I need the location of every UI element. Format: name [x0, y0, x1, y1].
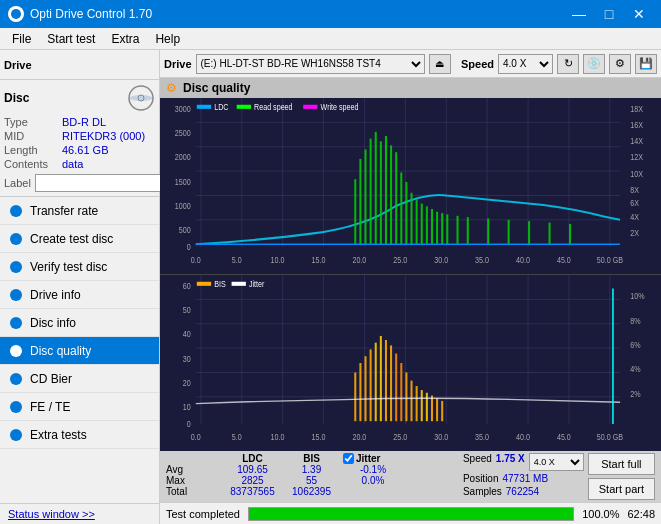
- svg-text:40.0: 40.0: [516, 431, 530, 442]
- svg-text:12X: 12X: [630, 151, 643, 162]
- sidebar-item-disc-quality[interactable]: Disc quality: [0, 337, 159, 365]
- menu-start-test[interactable]: Start test: [39, 30, 103, 48]
- quality-icon: ⚙: [166, 81, 177, 95]
- disc-button[interactable]: 💿: [583, 54, 605, 74]
- settings-button[interactable]: ⚙: [609, 54, 631, 74]
- sidebar: Drive Disc Type BD-R DL: [0, 50, 160, 524]
- svg-rect-134: [411, 381, 413, 422]
- svg-rect-136: [421, 390, 423, 421]
- svg-text:6X: 6X: [630, 197, 639, 208]
- bis-total: 1062395: [284, 486, 339, 497]
- svg-text:8X: 8X: [630, 184, 639, 195]
- top-chart: 3000 2500 2000 1500 1000 500 0 18X 16X 1…: [160, 98, 661, 275]
- svg-rect-68: [431, 209, 433, 244]
- svg-rect-66: [421, 204, 423, 245]
- sidebar-item-disc-info[interactable]: Disc info: [0, 309, 159, 337]
- drive-label: Drive: [4, 59, 32, 71]
- svg-rect-139: [436, 398, 438, 421]
- ldc-max: 2825: [225, 475, 280, 486]
- sidebar-item-extra-tests[interactable]: Extra tests: [0, 421, 159, 449]
- svg-text:5.0: 5.0: [232, 431, 242, 442]
- svg-text:35.0: 35.0: [475, 254, 489, 265]
- disc-label-input[interactable]: [35, 174, 168, 192]
- total-label: Total: [166, 486, 221, 497]
- svg-text:10%: 10%: [630, 290, 645, 301]
- svg-rect-56: [370, 139, 372, 245]
- sidebar-item-cd-bier[interactable]: CD Bier: [0, 365, 159, 393]
- svg-rect-54: [359, 159, 361, 244]
- maximize-button[interactable]: □: [595, 0, 623, 28]
- sidebar-item-transfer-rate[interactable]: Transfer rate: [0, 197, 159, 225]
- menu-file[interactable]: File: [4, 30, 39, 48]
- app-logo: [8, 6, 24, 22]
- svg-rect-119: [197, 282, 211, 286]
- svg-rect-128: [380, 336, 382, 421]
- svg-point-2: [129, 95, 153, 101]
- svg-rect-3: [160, 98, 661, 274]
- jitter-header: Jitter: [356, 453, 380, 464]
- svg-rect-126: [370, 349, 372, 421]
- svg-rect-59: [385, 136, 387, 244]
- svg-text:LDC: LDC: [214, 101, 228, 112]
- svg-text:20.0: 20.0: [352, 431, 366, 442]
- svg-text:35.0: 35.0: [475, 431, 489, 442]
- svg-rect-131: [395, 354, 397, 422]
- svg-rect-78: [569, 224, 571, 244]
- svg-text:1500: 1500: [175, 176, 191, 187]
- status-window-link[interactable]: Status window >>: [8, 508, 95, 520]
- minimize-button[interactable]: —: [565, 0, 593, 28]
- eject-button[interactable]: ⏏: [429, 54, 451, 74]
- disc-icon: [127, 84, 155, 112]
- sidebar-item-drive-info[interactable]: Drive info: [0, 281, 159, 309]
- stats-speed-select[interactable]: 4.0 X: [529, 453, 584, 471]
- svg-text:20: 20: [183, 377, 191, 388]
- jitter-max: 0.0%: [343, 475, 403, 486]
- svg-rect-132: [400, 363, 402, 421]
- svg-text:0.0: 0.0: [191, 431, 201, 442]
- svg-rect-65: [416, 200, 418, 245]
- disc-length-value: 46.61 GB: [62, 144, 155, 156]
- svg-text:4%: 4%: [630, 363, 641, 374]
- stats-jitter: Jitter -0.1% 0.0% ​: [343, 453, 403, 497]
- svg-text:8%: 8%: [630, 315, 641, 326]
- start-part-button[interactable]: Start part: [588, 478, 655, 500]
- jitter-checkbox[interactable]: [343, 453, 354, 464]
- stats-ldc: LDC 109.65 2825 83737565: [225, 453, 280, 497]
- disc-type-value: BD-R DL: [62, 116, 155, 128]
- svg-text:0.0: 0.0: [191, 254, 201, 265]
- status-text: Test completed: [166, 508, 240, 520]
- speed-select[interactable]: 4.0 X: [498, 54, 553, 74]
- save-button[interactable]: 💾: [635, 54, 657, 74]
- position-label: Position: [463, 473, 499, 484]
- svg-text:30: 30: [183, 353, 191, 364]
- svg-text:4X: 4X: [630, 211, 639, 222]
- nav-items: Transfer rate Create test disc Verify te…: [0, 197, 159, 503]
- disc-panel-title: Disc: [4, 91, 29, 105]
- menu-help[interactable]: Help: [147, 30, 188, 48]
- sidebar-item-create-test-disc[interactable]: Create test disc: [0, 225, 159, 253]
- svg-rect-61: [395, 152, 397, 244]
- svg-text:0: 0: [187, 418, 191, 429]
- close-button[interactable]: ✕: [625, 0, 653, 28]
- svg-text:6%: 6%: [630, 339, 641, 350]
- progress-bar-container: [248, 507, 574, 521]
- svg-rect-55: [364, 149, 366, 244]
- sidebar-item-verify-test-disc[interactable]: Verify test disc: [0, 253, 159, 281]
- drive-select[interactable]: (E:) HL-DT-ST BD-RE WH16NS58 TST4: [196, 54, 425, 74]
- refresh-button[interactable]: ↻: [557, 54, 579, 74]
- svg-text:500: 500: [179, 224, 191, 235]
- svg-rect-129: [385, 340, 387, 421]
- svg-text:25.0: 25.0: [393, 431, 407, 442]
- svg-text:14X: 14X: [630, 135, 643, 146]
- stats-bis: BIS 1.39 55 1062395: [284, 453, 339, 497]
- max-label: Max: [166, 475, 221, 486]
- sidebar-item-fe-te[interactable]: FE / TE: [0, 393, 159, 421]
- svg-rect-130: [390, 345, 392, 421]
- start-full-button[interactable]: Start full: [588, 453, 655, 475]
- menu-extra[interactable]: Extra: [103, 30, 147, 48]
- bis-max: 55: [284, 475, 339, 486]
- progress-percent: 100.0%: [582, 508, 619, 520]
- disc-type-key: Type: [4, 116, 62, 128]
- svg-rect-62: [400, 172, 402, 244]
- svg-text:10.0: 10.0: [271, 254, 285, 265]
